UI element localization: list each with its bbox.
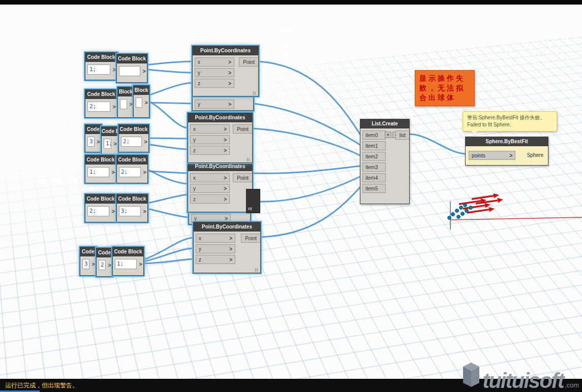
output-port[interactable]: > bbox=[113, 104, 116, 110]
output-port-point[interactable]: Point bbox=[233, 173, 252, 182]
input-port-y[interactable]: y> bbox=[195, 68, 234, 77]
point-bycoordinates-node[interactable]: Point.ByCoordinatesx>y>z>Point|| bbox=[188, 161, 253, 212]
code-input-field[interactable]: 2; bbox=[121, 137, 142, 147]
output-port-point[interactable]: Point bbox=[241, 234, 260, 243]
input-port-y[interactable]: y> bbox=[196, 244, 235, 253]
input-port-y[interactable]: y> bbox=[190, 184, 230, 193]
input-port-item2[interactable]: item2 bbox=[362, 152, 386, 161]
output-port[interactable]: > bbox=[143, 68, 146, 74]
add-item-button[interactable]: + bbox=[385, 132, 391, 138]
code-input-field[interactable]: 3; bbox=[87, 137, 95, 147]
output-port-point[interactable]: Point bbox=[239, 57, 258, 67]
code-block-node[interactable]: Code B1;> bbox=[101, 126, 118, 154]
node-title: List.Create bbox=[360, 119, 409, 128]
chevron-icon: > bbox=[224, 186, 227, 191]
code-input-field[interactable]: 2; bbox=[87, 206, 109, 216]
code-block-node[interactable]: Code Block1;> bbox=[85, 155, 116, 183]
code-input-field[interactable] bbox=[120, 99, 127, 109]
note-annotation[interactable]: 显示操作失败，无法拟合出球体 bbox=[415, 70, 475, 106]
output-port[interactable]: > bbox=[108, 262, 111, 268]
input-port-item4[interactable]: item4 bbox=[362, 173, 386, 182]
output-port[interactable]: > bbox=[144, 139, 147, 145]
code-block-node[interactable]: Code Block1;> bbox=[85, 52, 117, 80]
input-port-z[interactable]: z> bbox=[196, 255, 235, 264]
lacing-indicator[interactable]: || bbox=[253, 90, 256, 95]
code-block-node[interactable]: Code Block2;> bbox=[118, 124, 149, 152]
output-port[interactable]: > bbox=[112, 208, 115, 214]
point-bycoordinates-node[interactable]: Point.ByCoordinatesx>y>z>Point|| bbox=[188, 113, 253, 163]
output-port[interactable]: > bbox=[139, 261, 142, 267]
code-input-field[interactable]: 1; bbox=[104, 139, 111, 149]
output-port-list[interactable]: list bbox=[395, 130, 409, 140]
code-block-node[interactable]: Code3;> bbox=[85, 124, 102, 152]
code-input-field[interactable]: 3; bbox=[119, 206, 141, 216]
code-input-field[interactable] bbox=[136, 97, 142, 108]
warning-tooltip: 警告:Sphere.ByBestFit 操作失败。 Failed to fit … bbox=[463, 111, 557, 132]
code-block-node[interactable]: Block> bbox=[133, 85, 149, 118]
input-port-z[interactable]: z> bbox=[190, 194, 230, 204]
output-port[interactable]: > bbox=[145, 100, 148, 106]
code-input-field[interactable] bbox=[119, 66, 140, 76]
input-port[interactable]: y> bbox=[195, 100, 234, 109]
node-layer: List.Create item0item1item2item3item4ite… bbox=[0, 0, 582, 392]
code-input-field[interactable]: 1; bbox=[87, 64, 110, 75]
code-block-node[interactable]: Code Block2;> bbox=[85, 194, 116, 222]
output-port-point[interactable]: Point bbox=[233, 124, 252, 134]
chevron-icon: > bbox=[224, 126, 227, 132]
point-bycoordinates-node[interactable]: Point.ByCoordinatesx>y>z>Point|| bbox=[193, 222, 261, 273]
code-block-node[interactable]: Code Block1;> bbox=[112, 247, 144, 276]
input-port-item3[interactable]: item3 bbox=[362, 162, 386, 172]
code-input-field[interactable]: 1; bbox=[87, 167, 109, 177]
chevron-icon: > bbox=[228, 102, 231, 107]
list-create-node[interactable]: List.Create item0item1item2item3item4ite… bbox=[360, 119, 410, 204]
input-port-x[interactable]: x> bbox=[196, 234, 235, 243]
output-port[interactable]: > bbox=[143, 169, 146, 175]
input-port-z[interactable]: z> bbox=[195, 79, 234, 88]
input-port-item5[interactable]: item5 bbox=[362, 184, 386, 193]
output-port[interactable]: > bbox=[143, 208, 146, 214]
chevron-icon: > bbox=[225, 216, 228, 221]
output-port[interactable]: > bbox=[112, 169, 115, 175]
output-port[interactable]: > bbox=[130, 101, 133, 107]
lacing-indicator[interactable]: || bbox=[247, 157, 250, 161]
node-title: Code Block bbox=[85, 155, 116, 165]
input-port-points[interactable]: points > bbox=[469, 151, 515, 160]
output-port[interactable]: > bbox=[114, 141, 117, 147]
input-port-x[interactable]: x> bbox=[190, 124, 230, 134]
input-port-item1[interactable]: item1 bbox=[362, 141, 386, 150]
code-block-node[interactable]: Code2;> bbox=[96, 248, 113, 277]
code-block-node[interactable]: Code Block2;> bbox=[116, 155, 148, 183]
input-port-x[interactable]: x> bbox=[190, 173, 230, 182]
port-label: item4 bbox=[365, 175, 378, 181]
input-port-y[interactable]: y> bbox=[190, 135, 230, 144]
port-label: z bbox=[199, 257, 201, 263]
input-port-z[interactable]: z> bbox=[190, 146, 230, 155]
node-title: Point.ByCoordinates bbox=[188, 162, 252, 171]
input-port-item0[interactable]: item0 bbox=[362, 130, 386, 140]
port-label: x bbox=[193, 126, 196, 132]
code-input-field[interactable]: 2; bbox=[99, 260, 106, 270]
code-block-node[interactable]: Code Block> bbox=[116, 54, 147, 83]
code-block-node[interactable]: Code3;> bbox=[80, 247, 97, 276]
node-body: item0item1item2item3item4item5 + - list bbox=[360, 128, 409, 204]
chevron-icon: > bbox=[228, 70, 231, 76]
output-port-sphere[interactable]: Sphere bbox=[527, 152, 543, 158]
point-bycoordinates-node[interactable]: Point.ByCoordinatesx>y>z>Point|| bbox=[192, 46, 259, 96]
lacing-indicator[interactable]: || bbox=[255, 267, 258, 272]
sphere-bybestfit-node[interactable]: Sphere.ByBestFit points > Sphere bbox=[465, 137, 548, 166]
output-port[interactable]: > bbox=[97, 139, 100, 145]
partial-point-node[interactable]: y> bbox=[192, 97, 254, 111]
warning-line-2: Failed to fit Sphere. bbox=[467, 121, 553, 128]
workspace-canvas[interactable]: List.Create item0item1item2item3item4ite… bbox=[0, 0, 582, 392]
output-port[interactable]: > bbox=[92, 261, 95, 267]
code-block-node[interactable]: Code Block3;> bbox=[116, 194, 148, 222]
code-input-field[interactable]: 1; bbox=[115, 259, 137, 269]
node-body: > bbox=[117, 63, 147, 79]
code-input-field[interactable]: 2; bbox=[119, 167, 141, 177]
code-input-field[interactable]: 2; bbox=[87, 102, 110, 112]
input-port-x[interactable]: x> bbox=[195, 57, 234, 67]
output-port[interactable]: > bbox=[113, 67, 116, 73]
code-input-field[interactable]: 3; bbox=[82, 259, 89, 269]
code-block-node[interactable]: Block> bbox=[117, 87, 134, 118]
code-block-node[interactable]: Code Block2;> bbox=[85, 89, 117, 118]
